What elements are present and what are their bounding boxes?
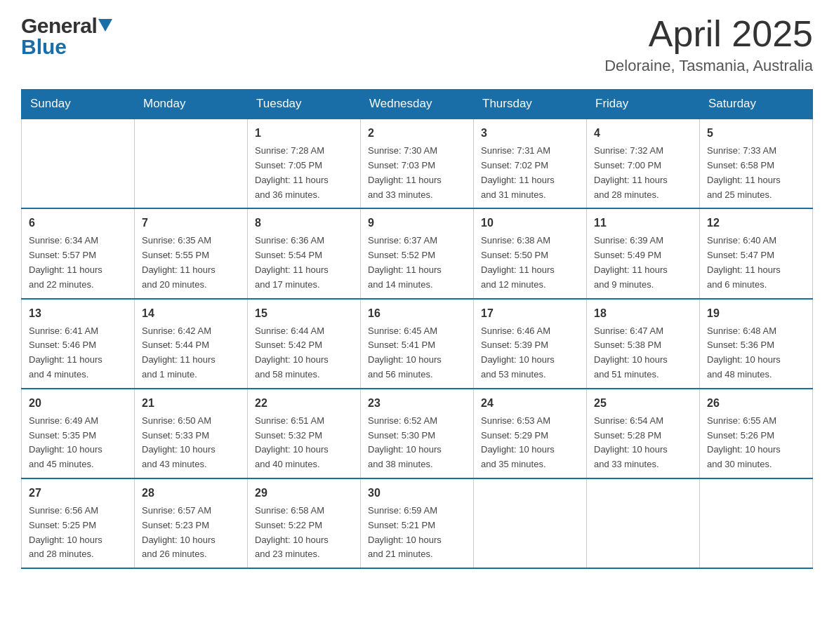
day-of-week-header: Friday <box>587 90 700 119</box>
day-info: Sunrise: 6:52 AM Sunset: 5:30 PM Dayligh… <box>368 414 466 472</box>
day-number: 21 <box>142 395 240 412</box>
calendar-week-row: 27Sunrise: 6:56 AM Sunset: 5:25 PM Dayli… <box>22 478 813 568</box>
calendar-cell: 7Sunrise: 6:35 AM Sunset: 5:55 PM Daylig… <box>135 208 248 298</box>
calendar-header-row: SundayMondayTuesdayWednesdayThursdayFrid… <box>22 90 813 119</box>
day-info: Sunrise: 6:36 AM Sunset: 5:54 PM Dayligh… <box>255 234 353 292</box>
calendar-cell: 27Sunrise: 6:56 AM Sunset: 5:25 PM Dayli… <box>22 478 135 568</box>
calendar-cell: 6Sunrise: 6:34 AM Sunset: 5:57 PM Daylig… <box>22 208 135 298</box>
day-of-week-header: Thursday <box>474 90 587 119</box>
calendar-cell: 29Sunrise: 6:58 AM Sunset: 5:22 PM Dayli… <box>248 478 361 568</box>
logo-triangle-icon <box>98 19 112 32</box>
calendar-table: SundayMondayTuesdayWednesdayThursdayFrid… <box>21 89 813 569</box>
calendar-cell: 19Sunrise: 6:48 AM Sunset: 5:36 PM Dayli… <box>700 299 813 389</box>
day-number: 11 <box>594 215 692 232</box>
day-number: 14 <box>142 305 240 322</box>
day-info: Sunrise: 7:32 AM Sunset: 7:00 PM Dayligh… <box>594 144 692 202</box>
day-number: 1 <box>255 125 353 142</box>
day-info: Sunrise: 7:28 AM Sunset: 7:05 PM Dayligh… <box>255 144 353 202</box>
day-info: Sunrise: 7:33 AM Sunset: 6:58 PM Dayligh… <box>707 144 805 202</box>
day-number: 7 <box>142 215 240 232</box>
day-info: Sunrise: 6:51 AM Sunset: 5:32 PM Dayligh… <box>255 414 353 472</box>
day-info: Sunrise: 6:53 AM Sunset: 5:29 PM Dayligh… <box>481 414 579 472</box>
day-of-week-header: Saturday <box>700 90 813 119</box>
day-number: 5 <box>707 125 805 142</box>
day-number: 26 <box>707 395 805 412</box>
location-text: Deloraine, Tasmania, Australia <box>604 57 813 75</box>
day-number: 2 <box>368 125 466 142</box>
calendar-cell: 21Sunrise: 6:50 AM Sunset: 5:33 PM Dayli… <box>135 389 248 478</box>
day-of-week-header: Monday <box>135 90 248 119</box>
day-info: Sunrise: 6:44 AM Sunset: 5:42 PM Dayligh… <box>255 324 353 382</box>
calendar-cell: 8Sunrise: 6:36 AM Sunset: 5:54 PM Daylig… <box>248 208 361 298</box>
day-info: Sunrise: 6:47 AM Sunset: 5:38 PM Dayligh… <box>594 324 692 382</box>
day-number: 18 <box>594 305 692 322</box>
day-number: 8 <box>255 215 353 232</box>
logo-blue-text: Blue <box>21 35 67 58</box>
day-number: 9 <box>368 215 466 232</box>
calendar-cell: 24Sunrise: 6:53 AM Sunset: 5:29 PM Dayli… <box>474 389 587 478</box>
day-number: 29 <box>255 485 353 502</box>
day-number: 22 <box>255 395 353 412</box>
day-info: Sunrise: 7:30 AM Sunset: 7:03 PM Dayligh… <box>368 144 466 202</box>
day-info: Sunrise: 6:45 AM Sunset: 5:41 PM Dayligh… <box>368 324 466 382</box>
calendar-cell: 25Sunrise: 6:54 AM Sunset: 5:28 PM Dayli… <box>587 389 700 478</box>
calendar-cell: 13Sunrise: 6:41 AM Sunset: 5:46 PM Dayli… <box>22 299 135 389</box>
day-of-week-header: Tuesday <box>248 90 361 119</box>
calendar-week-row: 20Sunrise: 6:49 AM Sunset: 5:35 PM Dayli… <box>22 389 813 478</box>
calendar-cell <box>474 478 587 568</box>
day-number: 13 <box>29 305 127 322</box>
day-number: 10 <box>481 215 579 232</box>
month-title: April 2025 <box>604 14 813 54</box>
calendar-week-row: 1Sunrise: 7:28 AM Sunset: 7:05 PM Daylig… <box>22 119 813 208</box>
calendar-cell: 23Sunrise: 6:52 AM Sunset: 5:30 PM Dayli… <box>361 389 474 478</box>
day-of-week-header: Sunday <box>22 90 135 119</box>
day-number: 4 <box>594 125 692 142</box>
calendar-cell: 1Sunrise: 7:28 AM Sunset: 7:05 PM Daylig… <box>248 119 361 208</box>
calendar-cell: 28Sunrise: 6:57 AM Sunset: 5:23 PM Dayli… <box>135 478 248 568</box>
calendar-cell <box>135 119 248 208</box>
calendar-cell: 3Sunrise: 7:31 AM Sunset: 7:02 PM Daylig… <box>474 119 587 208</box>
day-number: 19 <box>707 305 805 322</box>
calendar-cell: 11Sunrise: 6:39 AM Sunset: 5:49 PM Dayli… <box>587 208 700 298</box>
day-number: 17 <box>481 305 579 322</box>
calendar-cell: 10Sunrise: 6:38 AM Sunset: 5:50 PM Dayli… <box>474 208 587 298</box>
day-number: 25 <box>594 395 692 412</box>
day-of-week-header: Wednesday <box>361 90 474 119</box>
day-number: 15 <box>255 305 353 322</box>
day-number: 3 <box>481 125 579 142</box>
day-info: Sunrise: 7:31 AM Sunset: 7:02 PM Dayligh… <box>481 144 579 202</box>
calendar-cell: 4Sunrise: 7:32 AM Sunset: 7:00 PM Daylig… <box>587 119 700 208</box>
day-info: Sunrise: 6:37 AM Sunset: 5:52 PM Dayligh… <box>368 234 466 292</box>
day-number: 27 <box>29 485 127 502</box>
day-number: 30 <box>368 485 466 502</box>
day-info: Sunrise: 6:56 AM Sunset: 5:25 PM Dayligh… <box>29 504 127 562</box>
day-number: 24 <box>481 395 579 412</box>
logo: General Blue <box>21 14 112 59</box>
calendar-week-row: 6Sunrise: 6:34 AM Sunset: 5:57 PM Daylig… <box>22 208 813 298</box>
day-info: Sunrise: 6:58 AM Sunset: 5:22 PM Dayligh… <box>255 504 353 562</box>
calendar-cell <box>587 478 700 568</box>
calendar-cell: 22Sunrise: 6:51 AM Sunset: 5:32 PM Dayli… <box>248 389 361 478</box>
day-info: Sunrise: 6:50 AM Sunset: 5:33 PM Dayligh… <box>142 414 240 472</box>
day-info: Sunrise: 6:49 AM Sunset: 5:35 PM Dayligh… <box>29 414 127 472</box>
day-info: Sunrise: 6:59 AM Sunset: 5:21 PM Dayligh… <box>368 504 466 562</box>
day-info: Sunrise: 6:55 AM Sunset: 5:26 PM Dayligh… <box>707 414 805 472</box>
day-info: Sunrise: 6:57 AM Sunset: 5:23 PM Dayligh… <box>142 504 240 562</box>
day-info: Sunrise: 6:42 AM Sunset: 5:44 PM Dayligh… <box>142 324 240 382</box>
day-number: 6 <box>29 215 127 232</box>
day-number: 12 <box>707 215 805 232</box>
calendar-cell: 14Sunrise: 6:42 AM Sunset: 5:44 PM Dayli… <box>135 299 248 389</box>
title-area: April 2025 Deloraine, Tasmania, Australi… <box>604 14 813 75</box>
calendar-cell: 16Sunrise: 6:45 AM Sunset: 5:41 PM Dayli… <box>361 299 474 389</box>
day-number: 20 <box>29 395 127 412</box>
calendar-cell: 26Sunrise: 6:55 AM Sunset: 5:26 PM Dayli… <box>700 389 813 478</box>
calendar-cell <box>22 119 135 208</box>
calendar-cell: 5Sunrise: 7:33 AM Sunset: 6:58 PM Daylig… <box>700 119 813 208</box>
day-info: Sunrise: 6:48 AM Sunset: 5:36 PM Dayligh… <box>707 324 805 382</box>
calendar-cell: 15Sunrise: 6:44 AM Sunset: 5:42 PM Dayli… <box>248 299 361 389</box>
logo-general-text: General <box>21 14 97 38</box>
day-number: 16 <box>368 305 466 322</box>
day-info: Sunrise: 6:39 AM Sunset: 5:49 PM Dayligh… <box>594 234 692 292</box>
day-number: 28 <box>142 485 240 502</box>
day-number: 23 <box>368 395 466 412</box>
